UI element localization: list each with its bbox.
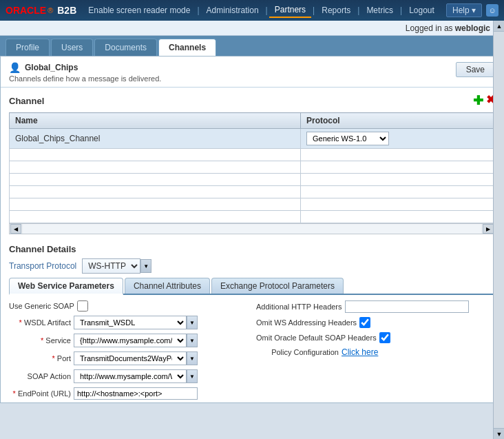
table-row-empty-3	[10, 174, 495, 186]
omit-oracle-checkbox[interactable]	[379, 332, 390, 343]
h-scroll-left-btn[interactable]: ◀	[10, 224, 21, 234]
wsdl-artifact-row: WSDL Artifact Transmit_WSDL ▼	[9, 316, 248, 329]
channel-actions: ✚ ✖	[473, 93, 495, 108]
omit-ws-checkbox[interactable]	[359, 317, 370, 328]
omit-oracle-label: Omit Oracle Default SOAP Headers	[256, 334, 377, 342]
nav-links: Enable screen reader mode | Administrati…	[76, 3, 446, 18]
transport-protocol-label: Transport Protocol	[9, 261, 76, 271]
endpoint-row: EndPoint (URL)	[9, 387, 248, 400]
table-h-scrollbar[interactable]: ◀ ▶	[9, 223, 495, 234]
table-row-empty-2	[10, 161, 495, 174]
h-scroll-right-btn[interactable]: ▶	[483, 224, 494, 234]
soap-action-label: SOAP Action	[9, 372, 71, 380]
page-wrapper: ORACLE ® B2B Enable screen reader mode |…	[0, 0, 504, 439]
table-row-empty-5	[10, 198, 495, 211]
endpoint-label: EndPoint (URL)	[9, 389, 71, 398]
service-dropdown-btn[interactable]: ▼	[187, 334, 198, 347]
omit-ws-row: Omit WS Addressing Headers	[256, 317, 495, 328]
table-row-empty-1	[10, 149, 495, 161]
logged-in-bar: Logged in as weblogic	[0, 21, 504, 36]
tab-profile[interactable]: Profile	[6, 39, 50, 56]
channel-section-title: Channel	[9, 96, 44, 106]
logo-trademark: ®	[48, 6, 53, 14]
port-select[interactable]: TransmitDocuments2WayPort	[74, 351, 187, 365]
sub-tab-channel-attributes[interactable]: Channel Attributes	[125, 278, 210, 294]
soap-action-dropdown-btn[interactable]: ▼	[187, 369, 198, 383]
soap-action-wrap: http://www.mysample.com/WS/Trans ▼	[74, 369, 198, 383]
protocol-select-wrap: Generic WS-1.0	[306, 132, 489, 145]
table-header-row: Name Protocol	[10, 113, 495, 129]
channel-section-header: Channel ✚ ✖	[9, 93, 495, 108]
policy-config-row: Policy Configuration Click here	[256, 347, 495, 357]
sub-tab-web-service[interactable]: Web Service Parameters	[9, 278, 123, 295]
additional-http-headers-label: Additional HTTP Headers	[256, 303, 342, 311]
logged-in-user: weblogic	[455, 23, 490, 33]
wsdl-artifact-dropdown-btn[interactable]: ▼	[187, 316, 198, 329]
nav-screen-reader[interactable]: Enable screen reader mode	[83, 3, 196, 17]
form-left: Use Generic SOAP WSDL Artifact Transmit_…	[9, 300, 248, 400]
use-generic-soap-label: Use Generic SOAP	[9, 302, 74, 310]
page-subtitle: Channels define how a message is deliver…	[9, 74, 161, 83]
soap-action-row: SOAP Action http://www.mysample.com/WS/T…	[9, 369, 248, 383]
additional-http-headers-row: Additional HTTP Headers	[256, 300, 495, 313]
nav-administration[interactable]: Administration	[201, 3, 264, 17]
add-channel-icon[interactable]: ✚	[473, 93, 483, 108]
content-title: 👤 Global_Chips Channels define how a mes…	[9, 62, 161, 83]
sub-tabs: Web Service Parameters Channel Attribute…	[9, 278, 495, 295]
channel-name-cell	[10, 129, 301, 149]
port-select-wrap: TransmitDocuments2WayPort ▼	[74, 351, 198, 365]
tab-documents[interactable]: Documents	[94, 39, 157, 56]
transport-protocol-row: Transport Protocol WS-HTTP ▼	[9, 258, 495, 274]
policy-config-link[interactable]: Click here	[342, 347, 378, 357]
service-row: Service {http://www.mysample.com/WSTrar …	[9, 334, 248, 347]
wsdl-artifact-label: WSDL Artifact	[9, 318, 71, 327]
h-scroll-track	[23, 224, 481, 234]
save-button[interactable]: Save	[456, 62, 495, 77]
omit-ws-label: Omit WS Addressing Headers	[256, 318, 357, 327]
nav-reports[interactable]: Reports	[316, 3, 356, 17]
help-button[interactable]: Help ▾	[446, 3, 482, 17]
oracle-logo: ORACLE	[6, 5, 46, 16]
soap-action-select[interactable]: http://www.mysample.com/WS/Trans	[74, 369, 187, 383]
port-dropdown-btn[interactable]: ▼	[187, 351, 198, 365]
nav-metrics[interactable]: Metrics	[361, 3, 399, 17]
table-row-empty-6	[10, 211, 495, 223]
partner-icon: 👤	[9, 62, 21, 73]
port-label: Port	[9, 354, 71, 363]
tab-channels[interactable]: Channels	[158, 39, 216, 56]
channel-section: Channel ✚ ✖ Name Protocol	[1, 88, 503, 240]
wsdl-artifact-select[interactable]: Transmit_WSDL	[74, 316, 187, 329]
tab-bar: Profile Users Documents Channels	[0, 36, 504, 56]
channel-name-input[interactable]	[15, 134, 295, 143]
sub-tab-exchange-protocol[interactable]: Exchange Protocol Parameters	[211, 278, 344, 294]
service-label: Service	[9, 336, 71, 345]
outer-scrollbar: ▲ ▼	[493, 21, 504, 439]
service-select[interactable]: {http://www.mysample.com/WSTrar	[74, 334, 187, 347]
scroll-up-btn[interactable]: ▲	[494, 21, 504, 32]
table-row[interactable]: Generic WS-1.0	[10, 129, 495, 149]
scroll-down-btn[interactable]: ▼	[494, 428, 504, 439]
additional-http-headers-input[interactable]	[345, 300, 469, 313]
nav-partners[interactable]: Partners	[269, 3, 311, 18]
nav-right: Help ▾ ☺	[446, 3, 498, 17]
transport-dropdown-btn[interactable]: ▼	[140, 259, 151, 273]
form-right: Additional HTTP Headers Omit WS Addressi…	[256, 300, 495, 400]
tab-users[interactable]: Users	[51, 39, 93, 56]
transport-select-wrap: WS-HTTP ▼	[82, 258, 151, 274]
b2b-logo: B2B	[57, 5, 76, 16]
col-name-header: Name	[10, 113, 301, 129]
port-row: Port TransmitDocuments2WayPort ▼	[9, 351, 248, 365]
channel-table: Name Protocol Generi	[9, 112, 495, 223]
channel-protocol-cell: Generic WS-1.0	[301, 129, 495, 149]
transport-select[interactable]: WS-HTTP	[82, 258, 140, 274]
nav-logout[interactable]: Logout	[403, 3, 440, 17]
endpoint-input[interactable]	[74, 387, 198, 400]
top-nav-bar: ORACLE ® B2B Enable screen reader mode |…	[0, 0, 504, 21]
logged-in-label: Logged in as	[406, 23, 453, 33]
main-area: 👤 Global_Chips Channels define how a mes…	[0, 56, 504, 403]
protocol-select[interactable]: Generic WS-1.0	[306, 132, 389, 145]
omit-oracle-row: Omit Oracle Default SOAP Headers	[256, 332, 495, 343]
use-generic-soap-row: Use Generic SOAP	[9, 300, 248, 312]
use-generic-soap-checkbox[interactable]	[77, 300, 88, 312]
wsdl-artifact-select-wrap: Transmit_WSDL ▼	[74, 316, 198, 329]
